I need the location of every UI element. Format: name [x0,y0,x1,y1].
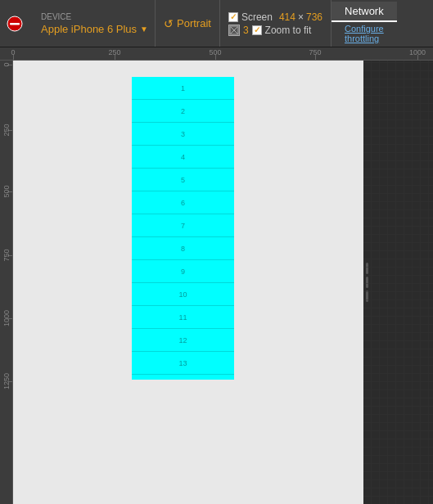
canvas-area: 025050075010001250 12345678910111213 [0,61,433,504]
no-entry-icon [7,16,23,32]
device-content-line: 4 [132,146,234,169]
ruler-label: 250 [108,48,120,56]
device-content-line: 5 [132,169,234,191]
screen-row: ✓ Screen 414 × 736 [228,11,322,23]
ruler-top: 02505007501000 [0,47,433,61]
ruler-label: 1000 [2,310,11,326]
device-content-line: 11 [132,306,234,329]
network-tab[interactable]: Network [332,2,397,22]
network-tab-section: Network Configure throttling [332,0,433,47]
handle-line-1 [366,263,368,274]
device-section: Device Apple iPhone 6 Plus ▼ [34,0,156,47]
ruler-label: 500 [209,48,221,56]
screen-checkbox[interactable]: ✓ [228,12,238,22]
ruler-label: 750 [2,249,11,261]
ruler-label: 1250 [2,373,11,389]
screen-height: 736 [306,11,322,23]
ruler-label: 0 [11,48,15,56]
zoom-number: 3 [243,25,249,36]
device-dropdown-icon[interactable]: ▼ [140,25,148,34]
device-content-line: 3 [132,123,234,146]
handle-line-2 [366,277,368,288]
ruler-label: 1000 [409,48,426,56]
device-content-line: 10 [132,283,234,306]
portrait-section[interactable]: ↺ Portrait [156,0,220,47]
toolbar-left [0,0,34,47]
screen-label: Screen [241,11,273,23]
device-content-line: 7 [132,214,234,237]
ruler-left: 025050075010001250 [0,61,13,504]
ruler-label: 750 [309,48,321,56]
portrait-icon: ↺ [164,17,174,30]
zoom-checkbox[interactable]: ✓ [252,25,262,35]
dim-separator: × [298,11,304,23]
svg-rect-1 [10,23,20,25]
ruler-top-content: 02505007501000 [0,47,433,60]
ruler-label: 0 [2,62,11,66]
device-content-line: 6 [132,191,234,214]
zoom-label: Zoom to fit [265,25,312,36]
screen-width: 414 [279,11,295,23]
portrait-label: Portrait [177,17,211,29]
device-label: Device [41,12,148,21]
ruler-label: 500 [2,185,11,197]
ruler-label: 250 [2,124,11,136]
device-name: Apple iPhone 6 Plus [41,23,137,35]
toolbar: Device Apple iPhone 6 Plus ▼ ↺ Portrait … [0,0,433,47]
configure-throttling-link[interactable]: Configure throttling [332,22,433,45]
device-content-line: 1 [132,77,234,100]
device-name-row: Apple iPhone 6 Plus ▼ [41,23,148,35]
device-content-line: 8 [132,237,234,260]
device-content-line: 9 [132,260,234,283]
right-panel [363,61,433,504]
device-content-line: 13 [132,352,234,375]
device-content-line: 12 [132,329,234,352]
device-frame: 12345678910111213 [132,77,234,380]
screen-dims: 414 × 736 [279,11,322,23]
zoom-icon [228,25,240,36]
handle-line-3 [366,290,368,302]
screen-section: ✓ Screen 414 × 736 3 ✓ Zoom to fit [220,0,332,47]
device-content-line: 2 [132,100,234,123]
canvas-content: 12345678910111213 [13,61,363,504]
zoom-row: 3 ✓ Zoom to fit [228,25,322,36]
panel-resize-handle[interactable] [366,263,368,302]
